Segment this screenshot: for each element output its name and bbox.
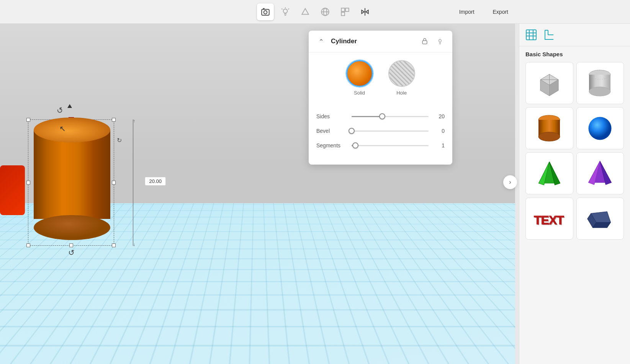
svg-point-1 xyxy=(263,10,267,14)
cylinder-object[interactable]: ↺ ↻ ↺ ↑ ↓ xyxy=(26,100,126,261)
svg-point-35 xyxy=(589,87,610,96)
sides-slider-fill xyxy=(352,116,382,117)
svg-marker-15 xyxy=(366,10,368,13)
solid-label: Solid xyxy=(354,90,365,96)
shapes-grid: TEXT TEXT xyxy=(525,62,624,240)
handle-mr[interactable] xyxy=(112,181,116,184)
hole-type-button[interactable]: Hole xyxy=(388,60,415,96)
shape-sphere-blue[interactable] xyxy=(576,107,624,149)
svg-point-39 xyxy=(538,132,560,141)
next-page-arrow[interactable]: › xyxy=(503,175,517,189)
svg-rect-19 xyxy=(526,30,536,40)
cylinder-top xyxy=(34,118,110,142)
shapes-panel-toolbar xyxy=(519,24,630,46)
shapes-grid-icon[interactable] xyxy=(524,28,538,42)
handle-tr[interactable] xyxy=(112,118,116,122)
svg-point-17 xyxy=(439,39,442,42)
hole-circle xyxy=(388,60,415,87)
sides-value: 20 xyxy=(433,113,445,119)
svg-point-40 xyxy=(589,117,612,140)
shape-text[interactable]: TEXT TEXT xyxy=(525,198,573,240)
sides-slider-thumb[interactable] xyxy=(379,113,385,119)
rotation-triangle-top xyxy=(67,104,72,108)
lock-icon[interactable] xyxy=(419,36,430,47)
section-title: Basic Shapes xyxy=(525,51,624,57)
shape-box[interactable] xyxy=(525,62,573,104)
shape-type-selector: Solid Hole xyxy=(316,60,445,96)
bevel-label: Bevel xyxy=(316,128,347,134)
shapes-l-icon[interactable] xyxy=(542,28,556,42)
bevel-row: Bevel 0 xyxy=(316,128,445,134)
rotation-arrow-bottom: ↺ xyxy=(68,248,75,257)
bevel-slider-track xyxy=(352,131,429,132)
rotation-arrow-right: ↻ xyxy=(117,137,122,144)
collapse-button[interactable]: ⌃ xyxy=(316,36,326,47)
handle-ml[interactable] xyxy=(26,181,30,184)
shapes-icon[interactable] xyxy=(297,3,314,20)
solid-type-button[interactable]: Solid xyxy=(346,60,373,96)
bulb-icon[interactable] xyxy=(277,3,294,20)
hole-label: Hole xyxy=(396,90,407,96)
svg-rect-10 xyxy=(341,8,345,11)
basic-shapes-section: Basic Shapes xyxy=(519,46,630,244)
handle-br[interactable] xyxy=(112,243,116,247)
camera-icon[interactable] xyxy=(257,3,274,20)
cylinder-bottom xyxy=(34,215,110,240)
handle-mb[interactable] xyxy=(69,243,73,247)
segments-slider-track xyxy=(352,145,429,146)
props-panel-header: ⌃ Cylinder xyxy=(309,31,452,52)
props-light-icon[interactable] xyxy=(435,36,445,47)
props-panel-body: Solid Hole Sides 20 Bevel 0 xyxy=(309,52,452,165)
svg-rect-16 xyxy=(422,41,427,44)
props-title: Cylinder xyxy=(331,38,415,45)
dimension-label: 20.00 xyxy=(145,177,166,186)
shapes-panel: Basic Shapes xyxy=(519,24,630,364)
sides-label: Sides xyxy=(316,113,347,119)
red-shape xyxy=(0,165,25,215)
svg-rect-11 xyxy=(345,8,349,11)
svg-marker-6 xyxy=(302,8,308,14)
shape-cylinder-gray[interactable] xyxy=(576,62,624,104)
segments-slider-thumb[interactable] xyxy=(352,142,358,149)
export-button[interactable]: Export xyxy=(486,7,515,17)
svg-point-2 xyxy=(283,9,287,13)
bevel-slider-thumb[interactable] xyxy=(349,128,355,134)
handle-bl[interactable] xyxy=(26,243,30,247)
solid-circle xyxy=(346,60,373,87)
sides-row: Sides 20 xyxy=(316,113,445,119)
sides-slider-track xyxy=(352,116,429,117)
shape-pyramid-purple[interactable] xyxy=(576,152,624,194)
svg-line-4 xyxy=(288,8,289,9)
mirror-icon[interactable] xyxy=(357,3,373,20)
height-arrow-top: ↑ xyxy=(133,118,135,124)
handle-tl[interactable] xyxy=(26,118,30,122)
import-button[interactable]: Import xyxy=(452,7,481,17)
height-arrow-line xyxy=(133,119,133,246)
view-mode-icon[interactable] xyxy=(317,3,334,20)
segments-row: Segments 1 xyxy=(316,142,445,149)
segments-label: Segments xyxy=(316,142,347,149)
svg-rect-12 xyxy=(341,12,345,16)
shape-cylinder-orange[interactable] xyxy=(525,107,573,149)
rotation-arrow-top: ↺ xyxy=(55,105,64,116)
align-icon[interactable] xyxy=(337,3,353,20)
bevel-value: 0 xyxy=(433,128,445,134)
svg-text:TEXT: TEXT xyxy=(535,214,565,228)
shape-pyramid-green[interactable] xyxy=(525,152,573,194)
import-export-area: Import Export xyxy=(452,7,515,17)
height-arrow-bottom: ↓ xyxy=(133,242,135,247)
properties-panel: ⌃ Cylinder Solid Hole xyxy=(309,31,452,165)
main-toolbar: Import Export xyxy=(0,0,630,24)
svg-line-5 xyxy=(281,8,282,9)
shape-wedge[interactable] xyxy=(576,198,624,240)
segments-value: 1 xyxy=(433,142,445,149)
svg-marker-14 xyxy=(362,10,364,13)
